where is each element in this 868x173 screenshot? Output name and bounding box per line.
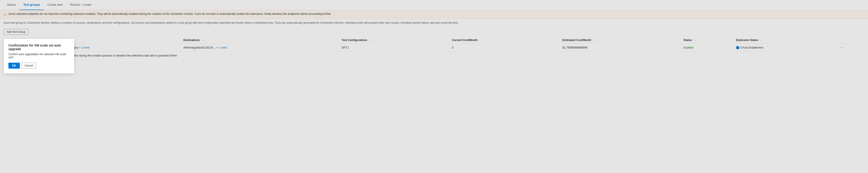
modal-buttons: OK Cancel <box>8 63 69 68</box>
modal-title: Confirmation for VM scale set auto upgra… <box>8 44 69 51</box>
modal-cancel-button[interactable]: Cancel <box>22 63 36 68</box>
modal-dialog: Confirmation for VM scale set auto upgra… <box>4 39 74 73</box>
modal-ok-button[interactable]: OK <box>8 63 20 68</box>
modal-overlay: Confirmation for VM scale set auto upgra… <box>0 0 868 73</box>
modal-body: Confirm auto upgradation for selected VM… <box>8 53 69 59</box>
